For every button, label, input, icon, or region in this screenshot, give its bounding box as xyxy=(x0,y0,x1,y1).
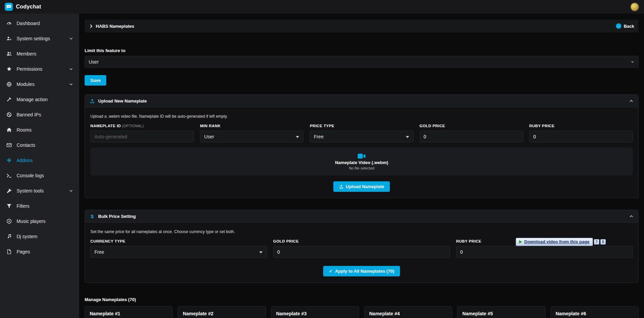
sidebar-item-label: Filters xyxy=(17,203,29,209)
sidebar-item-filters[interactable]: Filters xyxy=(0,198,79,213)
chevron-down-icon xyxy=(69,67,73,71)
page-header: HABS Nameplates ← Back xyxy=(85,20,639,32)
sidebar-item-label: Dj system xyxy=(17,234,37,239)
sidebar-item-label: Music players xyxy=(17,219,46,224)
nameplate-card: Nameplate #5 xyxy=(457,306,545,318)
brand-logo[interactable]: Codychat xyxy=(5,3,41,11)
brand-name: Codychat xyxy=(16,4,41,10)
nameplate-title: Nameplate #3 xyxy=(271,306,359,318)
collapse-chevron-icon[interactable] xyxy=(629,99,634,103)
sidebar: Dashboard System settings Members Permis… xyxy=(0,14,79,318)
sidebar-item-label: Contacts xyxy=(17,142,35,148)
sidebar-item-rooms[interactable]: Rooms xyxy=(0,122,79,137)
dropzone-status: No file selected xyxy=(349,166,374,170)
upload-card-header[interactable]: Upload New Nameplate xyxy=(85,95,638,107)
sidebar-item-modules[interactable]: Modules xyxy=(0,76,79,92)
sidebar-item-label: Manage action xyxy=(17,97,48,102)
download-help-button[interactable]: ? xyxy=(594,239,599,245)
bulk-ruby-price-input[interactable] xyxy=(456,246,633,258)
sidebar-item-banned-ips[interactable]: Banned IPs xyxy=(0,107,79,122)
sidebar-item-label: Permissions xyxy=(17,66,42,72)
sidebar-item-label: Console logs xyxy=(17,173,44,178)
nameplate-card: Nameplate #1 xyxy=(85,306,173,318)
download-video-overlay: Download video from this page ? X xyxy=(516,237,606,246)
bulk-card-header[interactable]: $ Bulk Price Setting xyxy=(85,210,638,223)
sidebar-item-system-settings[interactable]: System settings xyxy=(0,31,79,46)
check-icon: ✓ xyxy=(329,269,333,274)
price-type-label: PRICE TYPE xyxy=(310,124,413,128)
filter-icon xyxy=(6,203,12,209)
optional-suffix: (OPTIONAL) xyxy=(122,124,144,128)
field-nameplate-id: NAMEPLATE ID (OPTIONAL) xyxy=(90,124,194,142)
limit-feature-label: Limit this feature to xyxy=(85,48,639,53)
sidebar-item-dj-system[interactable]: Dj system xyxy=(0,229,79,244)
bulk-card-body: Set the same price for all nameplates at… xyxy=(85,223,638,282)
sidebar-item-permissions[interactable]: Permissions xyxy=(0,61,79,76)
sidebar-item-manage-action[interactable]: Manage action xyxy=(0,92,79,107)
users-icon xyxy=(6,51,12,56)
apply-all-nameplates-button[interactable]: ✓ Apply to All Nameplates (70) xyxy=(323,266,400,276)
sidebar-item-label: Dashboard xyxy=(17,21,40,26)
sidebar-item-system-tools[interactable]: System tools xyxy=(0,183,79,198)
upload-icon xyxy=(339,184,343,189)
nameplate-id-input[interactable] xyxy=(90,131,194,142)
sidebar-item-pages[interactable]: Pages xyxy=(0,244,79,259)
sidebar-item-label: Rooms xyxy=(17,127,31,133)
sidebar-item-dashboard[interactable]: Dashboard xyxy=(0,16,79,31)
codychat-logo-icon xyxy=(5,3,13,11)
nameplate-title: Nameplate #4 xyxy=(364,306,452,318)
download-video-button[interactable]: Download video from this page xyxy=(516,238,593,246)
sidebar-item-label: Banned IPs xyxy=(17,112,41,117)
field-price-type: PRICE TYPE Free xyxy=(310,124,413,142)
page-title: HABS Nameplates xyxy=(96,24,134,29)
sidebar-item-contacts[interactable]: Contacts xyxy=(0,137,79,153)
ruby-price-label: RUBY PRICE xyxy=(529,124,633,128)
puzzle-icon xyxy=(6,157,12,163)
dropzone-title: Nameplate Video (.webm) xyxy=(335,160,388,165)
limit-feature-select[interactable]: User xyxy=(85,56,639,68)
sidebar-item-label: System tools xyxy=(17,188,44,194)
envelope-icon xyxy=(6,142,12,148)
dollar-icon: $ xyxy=(90,213,95,219)
ban-icon xyxy=(6,112,12,117)
nameplates-grid: Nameplate #1 Nameplate #2 Nameplate #3 N… xyxy=(85,306,639,318)
download-close-button[interactable]: X xyxy=(600,239,606,245)
upload-nameplate-button[interactable]: Upload Nameplate xyxy=(333,181,390,192)
back-button[interactable]: ← Back xyxy=(616,23,634,29)
nameplate-video-dropzone[interactable]: Nameplate Video (.webm) No file selected xyxy=(90,147,633,176)
sidebar-item-addons[interactable]: Addons xyxy=(0,153,79,168)
top-bar: Codychat xyxy=(0,0,644,14)
wrench-icon xyxy=(6,188,12,194)
nameplate-title: Nameplate #5 xyxy=(458,306,545,318)
nameplate-title: Nameplate #1 xyxy=(85,306,172,318)
ruby-price-input[interactable] xyxy=(529,131,633,142)
bulk-card-title: Bulk Price Setting xyxy=(98,214,136,219)
user-avatar[interactable] xyxy=(630,2,639,12)
back-arrow-icon: ← xyxy=(616,23,621,29)
sidebar-item-music-players[interactable]: Music players xyxy=(0,213,79,229)
file-icon xyxy=(6,249,12,254)
min-rank-select[interactable]: User xyxy=(200,131,304,142)
nameplate-card: Nameplate #2 xyxy=(178,306,266,318)
bulk-gold-price-input[interactable] xyxy=(273,246,450,258)
globe-icon xyxy=(6,81,12,87)
breadcrumb: HABS Nameplates xyxy=(89,24,134,29)
video-camera-icon xyxy=(358,153,366,159)
manage-nameplates-heading: Manage Nameplates (70) xyxy=(85,297,639,302)
sidebar-item-members[interactable]: Members xyxy=(0,46,79,61)
sidebar-item-console-logs[interactable]: Console logs xyxy=(0,168,79,183)
bulk-gold-price-label: GOLD PRICE xyxy=(273,239,450,243)
upload-icon xyxy=(90,98,95,104)
dashboard-icon xyxy=(6,20,12,26)
field-ruby-price: RUBY PRICE xyxy=(529,124,633,142)
currency-type-select[interactable]: Free xyxy=(90,246,267,258)
collapse-chevron-icon[interactable] xyxy=(629,214,634,219)
upload-card-body: Upload a .webm video file. Nameplate ID … xyxy=(85,107,638,198)
field-currency-type: CURRENCY TYPE Free xyxy=(90,239,267,258)
price-type-select[interactable]: Free xyxy=(310,131,413,142)
save-button[interactable]: Save xyxy=(85,75,106,86)
nameplate-card: Nameplate #3 xyxy=(271,306,359,318)
sidebar-item-label: Modules xyxy=(17,82,35,87)
chevron-down-icon xyxy=(69,189,73,193)
gold-price-input[interactable] xyxy=(420,131,523,142)
